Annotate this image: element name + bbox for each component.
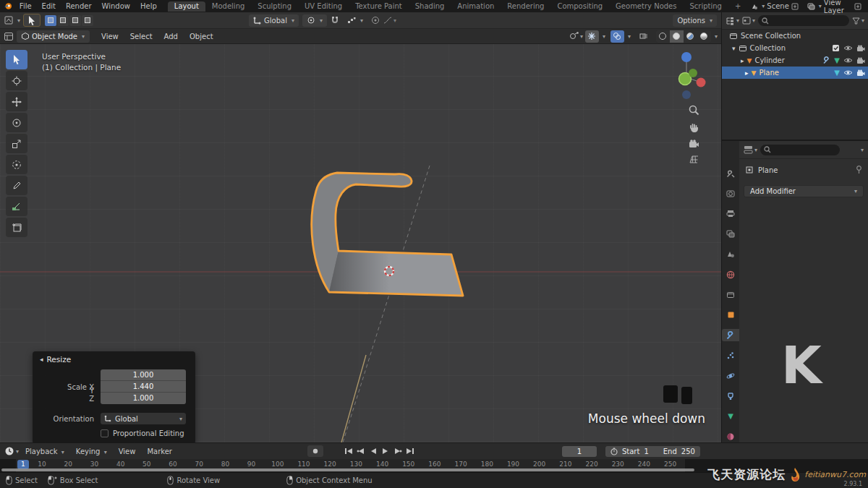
new-scene-icon[interactable] (791, 3, 799, 10)
current-frame-field[interactable]: 1 (562, 446, 597, 457)
tool-transform[interactable] (6, 155, 27, 174)
tab-rendering[interactable]: Rendering (501, 1, 550, 12)
tab-material[interactable] (722, 430, 739, 442)
options-dropdown[interactable]: Options ▾ (673, 14, 717, 27)
outliner-search-input[interactable] (758, 15, 849, 26)
shading-solid[interactable] (670, 30, 684, 43)
eye-icon[interactable] (843, 69, 853, 76)
frame-tick[interactable]: 190 (500, 461, 526, 468)
tab-physics[interactable] (722, 369, 739, 382)
tool-annotate[interactable] (6, 176, 27, 195)
menu-playback[interactable]: Playback ▾ (20, 448, 69, 455)
frame-tick[interactable]: 10 (29, 461, 55, 468)
tool-measure[interactable] (6, 197, 27, 216)
tab-render[interactable] (722, 187, 739, 200)
snap-target-dropdown[interactable]: ▾ (343, 14, 367, 27)
select-mode-subtract[interactable] (69, 15, 81, 26)
menu-window[interactable]: Window (97, 2, 135, 10)
frame-tick[interactable]: 140 (369, 461, 395, 468)
filter-icon[interactable]: ▾ (852, 17, 864, 25)
tab-scripting[interactable]: Scripting (683, 1, 728, 12)
breadcrumb-object-name[interactable]: Plane (758, 166, 778, 174)
select-mode-extend[interactable] (57, 15, 69, 26)
menu-file[interactable]: File (14, 2, 37, 10)
start-value[interactable]: 1 (644, 448, 648, 455)
pan-hand-icon[interactable] (689, 122, 699, 133)
timeline-scrollbar[interactable] (1, 468, 694, 471)
pivot-point-dropdown[interactable]: ▾ (302, 14, 327, 27)
shading-wireframe[interactable] (656, 30, 670, 43)
gizmo-dropdown-icon[interactable]: ▾ (569, 32, 583, 40)
select-mode-invert[interactable] (82, 15, 93, 26)
tab-shading[interactable]: Shading (409, 1, 451, 12)
tab-tool[interactable] (722, 167, 739, 179)
outliner-row-scene-collection[interactable]: Scene Collection (722, 30, 868, 42)
tab-scene[interactable] (722, 248, 739, 260)
tab-constraints[interactable] (722, 390, 739, 402)
frame-tick[interactable]: 180 (474, 461, 500, 468)
overlays-toggle[interactable] (610, 30, 624, 43)
camera-restrict-icon[interactable] (856, 69, 865, 77)
frame-tick[interactable]: 110 (291, 461, 317, 468)
frame-tick[interactable]: 40 (108, 461, 134, 468)
menu-add[interactable]: Add (158, 33, 184, 40)
frame-tick[interactable]: 150 (396, 461, 422, 468)
resize-panel-header[interactable]: ◂ Resize (38, 355, 190, 364)
menu-keying[interactable]: Keying ▾ (71, 448, 112, 455)
play-reverse-button[interactable] (368, 445, 379, 457)
tool-scale[interactable] (6, 134, 27, 153)
menu-help[interactable]: Help (135, 2, 162, 10)
menu-view[interactable]: View (114, 448, 141, 455)
frame-tick[interactable]: 90 (239, 461, 265, 468)
tab-particles[interactable] (722, 349, 739, 361)
scale-x-field[interactable]: 1.000 (101, 369, 186, 381)
camera-view-icon[interactable] (689, 140, 699, 148)
frame-tick[interactable]: 70 (186, 461, 212, 468)
tab-compositing[interactable]: Compositing (550, 1, 609, 12)
select-mode-new[interactable] (45, 15, 56, 26)
next-keyframe-button[interactable] (393, 445, 404, 457)
camera-restrict-icon[interactable] (856, 57, 865, 64)
tab-object[interactable] (722, 309, 739, 321)
frame-tick[interactable]: 250 (658, 461, 684, 468)
shading-rendered[interactable] (697, 30, 711, 43)
falloff-dropdown-icon[interactable]: ▾ (383, 16, 396, 25)
editor-type-icon[interactable]: ▾ (4, 15, 20, 25)
navigation-gizmo[interactable] (667, 48, 713, 100)
frame-tick[interactable]: 80 (212, 461, 238, 468)
properties-search-input[interactable] (760, 145, 840, 155)
editor-type-icon[interactable] (4, 32, 14, 41)
menu-object[interactable]: Object (184, 33, 219, 40)
end-value[interactable]: 250 (681, 448, 695, 455)
menu-select[interactable]: Select (124, 33, 158, 40)
tab-modifiers[interactable] (722, 329, 739, 341)
eye-icon[interactable] (843, 45, 853, 51)
camera-restrict-icon[interactable] (856, 45, 865, 52)
tool-move[interactable] (6, 92, 27, 111)
eye-icon[interactable] (843, 57, 853, 64)
tool-cursor[interactable] (6, 71, 27, 90)
tool-add-cube[interactable] (6, 218, 27, 237)
tab-sculpting[interactable]: Sculpting (251, 1, 298, 12)
frame-tick[interactable]: 200 (527, 461, 553, 468)
frame-tick[interactable]: 230 (605, 461, 631, 468)
timeline-editor-type-icon[interactable]: ▾ (4, 446, 19, 456)
zoom-icon[interactable] (689, 105, 699, 116)
pin-icon[interactable] (856, 166, 862, 174)
tab-object-data[interactable]: ▼ (722, 410, 739, 422)
frame-tick[interactable]: 130 (343, 461, 369, 468)
outliner-editor-type-icon[interactable]: ▾ (726, 17, 739, 25)
tab-layout[interactable]: Layout (168, 1, 205, 12)
outliner-row-collection[interactable]: ▾ Collection (722, 42, 868, 54)
mode-dropdown[interactable]: Object Mode ▾ (17, 30, 90, 43)
disclosure-triangle-icon[interactable]: ▸ (741, 57, 744, 64)
tab-modeling[interactable]: Modeling (205, 1, 252, 12)
prev-keyframe-button[interactable] (356, 445, 367, 457)
auto-keyframe-button[interactable] (307, 445, 323, 457)
tool-select-box[interactable] (6, 50, 27, 69)
jump-to-end-button[interactable] (405, 445, 416, 457)
frame-tick[interactable]: 210 (553, 461, 579, 468)
tab-animation[interactable]: Animation (451, 1, 501, 12)
tab-view-layer[interactable] (722, 228, 739, 240)
frame-tick[interactable]: 240 (631, 461, 657, 468)
